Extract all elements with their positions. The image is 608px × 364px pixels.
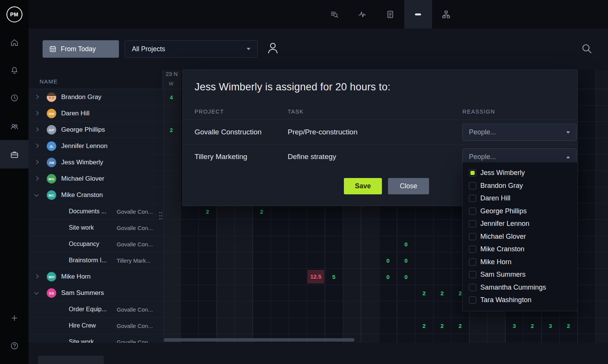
notifications-icon[interactable] <box>0 56 28 84</box>
expand-chevron-icon[interactable] <box>34 111 38 115</box>
expand-chevron-icon[interactable] <box>34 176 38 181</box>
avatar: MH <box>47 272 56 282</box>
assignment-project: Govalle Construction <box>195 128 261 136</box>
search-icon[interactable] <box>581 43 593 56</box>
checkbox-unchecked-icon[interactable] <box>469 220 476 227</box>
hours-cell[interactable]: 2 <box>415 290 433 296</box>
expand-chevron-icon[interactable] <box>34 160 38 164</box>
option-label: Daren Hill <box>480 194 510 202</box>
tab-sitemap[interactable] <box>432 0 460 28</box>
hours-cell[interactable]: 0 <box>379 257 397 264</box>
hours-cell[interactable]: 0 <box>397 241 415 247</box>
chevron-down-icon <box>566 131 570 134</box>
project-name: Govalle Con... <box>117 241 153 247</box>
assignment-task: Prep/Pre-construction <box>288 128 358 136</box>
checkbox-unchecked-icon[interactable] <box>469 208 476 215</box>
reassign-option[interactable]: Sam Summers <box>462 268 578 281</box>
hours-cell[interactable]: 2 <box>415 323 433 329</box>
expand-chevron-icon[interactable] <box>34 95 38 99</box>
home-icon[interactable] <box>0 28 28 57</box>
hours-cell[interactable]: 0 <box>397 257 415 264</box>
collapse-chevron-icon[interactable] <box>34 192 38 197</box>
from-today-button[interactable]: From Today <box>43 40 119 58</box>
hours-cell[interactable]: 4 <box>162 94 180 101</box>
hours-cell[interactable]: 3 <box>542 323 560 329</box>
overallocated-hours-cell[interactable]: 12.5 <box>307 270 324 284</box>
row-name-cell: Documents ...Govalle Con... <box>28 203 163 219</box>
tab-find[interactable] <box>320 0 348 28</box>
person-icon[interactable] <box>266 41 280 56</box>
tab-notes[interactable] <box>376 0 404 28</box>
hours-cell[interactable]: 2 <box>198 208 217 215</box>
reassign-option[interactable]: Mike Cranston <box>462 243 578 256</box>
reassign-option[interactable]: Brandon Gray <box>462 180 578 192</box>
task-name: Brainstorm I... <box>69 257 107 264</box>
hours-cell[interactable]: 2 <box>253 208 271 215</box>
checkbox-unchecked-icon[interactable] <box>469 284 476 291</box>
column-header-task: TASK <box>288 109 304 115</box>
hours-cell[interactable]: 2 <box>433 323 451 329</box>
app-logo[interactable]: PM <box>0 0 28 28</box>
hours-cell[interactable]: 2 <box>162 127 180 133</box>
save-button[interactable]: Save <box>344 178 382 194</box>
close-button[interactable]: Close <box>388 178 429 194</box>
expand-chevron-icon[interactable] <box>34 128 38 132</box>
hours-cell[interactable]: 2 <box>523 323 542 329</box>
help-icon[interactable] <box>0 331 28 360</box>
bottom-left-panel-partial <box>38 356 104 364</box>
checkbox-unchecked-icon[interactable] <box>469 271 476 278</box>
horizontal-scrollbar-thumb[interactable] <box>164 338 355 342</box>
chevron-up-icon <box>566 156 570 158</box>
hours-cell[interactable]: 3 <box>505 323 524 329</box>
option-label: Samantha Cummings <box>480 284 546 292</box>
checkbox-unchecked-icon[interactable] <box>469 296 476 304</box>
reassign-option[interactable]: Jennifer Lennon <box>462 217 578 230</box>
hours-cell[interactable]: 2 <box>433 290 451 296</box>
sidebar: PM <box>0 0 28 364</box>
avatar: GP <box>47 125 56 135</box>
reassign-select-value: People... <box>469 153 496 161</box>
checkbox-unchecked-icon[interactable] <box>469 233 476 240</box>
checkbox-unchecked-icon[interactable] <box>469 258 476 266</box>
reassign-select[interactable]: People... <box>462 124 576 141</box>
hours-cell[interactable]: 0 <box>379 274 397 280</box>
hours-cell[interactable]: 0 <box>397 274 415 280</box>
task-row[interactable]: Hire CrewGovalle Con...2223232 <box>28 318 608 334</box>
reassign-option[interactable]: Samantha Cummings <box>462 281 578 294</box>
hours-cell[interactable]: 5 <box>325 274 343 280</box>
project-filter-value: All Projects <box>132 45 165 53</box>
reassign-option[interactable]: Daren Hill <box>462 192 578 205</box>
hours-cell[interactable]: 2 <box>451 323 469 329</box>
day-header: W <box>169 81 173 87</box>
expand-chevron-icon[interactable] <box>34 274 38 279</box>
row-name-cell: SSSam Summers <box>28 285 163 301</box>
option-label: Mike Cranston <box>480 245 524 253</box>
expand-chevron-icon[interactable] <box>34 144 38 148</box>
reassign-option[interactable]: Jess Wimberly <box>462 167 578 180</box>
row-name-cell: Brainstorm I...Tillery Mark... <box>28 252 163 268</box>
task-name: Order Equip... <box>69 306 107 313</box>
tab-activity[interactable] <box>348 0 377 28</box>
add-icon[interactable] <box>0 304 28 332</box>
row-name-cell: Hire CrewGovalle Con... <box>28 318 163 334</box>
checkbox-unchecked-icon[interactable] <box>469 195 476 202</box>
projects-icon[interactable] <box>0 140 28 169</box>
from-today-label: From Today <box>61 45 96 53</box>
collapse-chevron-icon[interactable] <box>34 290 38 295</box>
team-icon[interactable] <box>0 112 28 140</box>
checkbox-unchecked-icon[interactable] <box>469 246 476 253</box>
reassign-option[interactable]: Michael Glover <box>462 230 578 243</box>
person-name: Daren Hill <box>61 110 90 117</box>
reassign-option[interactable]: Tara Washington <box>462 294 578 307</box>
chevron-down-icon <box>247 48 250 50</box>
reassign-option[interactable]: George Phillips <box>462 205 578 218</box>
hours-cell[interactable]: 2 <box>559 323 578 329</box>
panel-resize-handle[interactable] <box>159 211 163 222</box>
history-icon[interactable] <box>0 84 28 112</box>
drag-dots-icon <box>159 212 160 213</box>
checkbox-checked-icon[interactable] <box>469 169 476 176</box>
tab-workload[interactable] <box>404 0 432 28</box>
checkbox-unchecked-icon[interactable] <box>469 182 476 189</box>
project-filter-select[interactable]: All Projects <box>125 40 258 58</box>
reassign-option[interactable]: Mike Horn <box>462 256 578 269</box>
